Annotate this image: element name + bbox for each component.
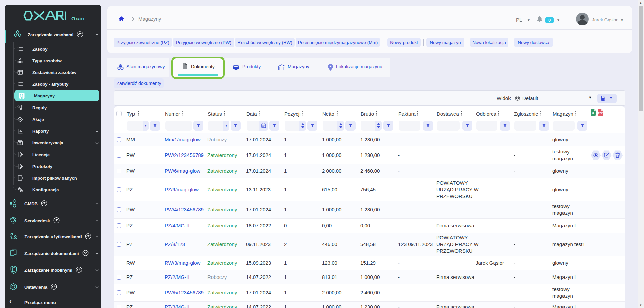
svg-text:X: X (592, 111, 594, 115)
svg-text:PDF: PDF (598, 112, 603, 114)
